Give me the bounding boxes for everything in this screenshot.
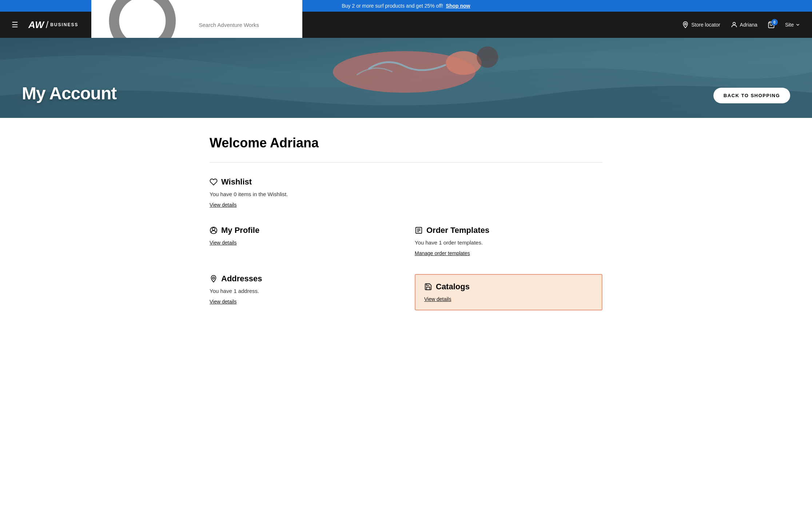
- svg-point-2: [685, 23, 686, 25]
- profile-templates-grid: My Profile View details Order Templates …: [210, 226, 602, 257]
- catalogs-view-details-link[interactable]: View details: [424, 296, 451, 302]
- promo-text: Buy 2 or more surf products and get 25% …: [342, 3, 443, 9]
- hamburger-icon[interactable]: ☰: [12, 20, 18, 29]
- location-icon: [682, 21, 689, 28]
- wishlist-section: Wishlist You have 0 items in the Wishlis…: [210, 177, 602, 208]
- user-label: Adriana: [740, 22, 757, 28]
- catalogs-section: Catalogs View details: [415, 274, 602, 310]
- svg-point-15: [212, 277, 215, 279]
- heart-icon: [210, 178, 218, 186]
- catalogs-title: Catalogs: [424, 282, 593, 291]
- addresses-catalogs-grid: Addresses You have 1 address. View detai…: [210, 274, 602, 310]
- addresses-title: Addresses: [210, 274, 397, 283]
- wishlist-view-details-link[interactable]: View details: [210, 202, 236, 208]
- chevron-down-icon: [795, 22, 800, 27]
- svg-point-3: [733, 22, 735, 25]
- wishlist-title: Wishlist: [210, 177, 602, 187]
- order-templates-description: You have 1 order templates.: [415, 239, 602, 246]
- svg-point-9: [212, 228, 215, 230]
- user-account-button[interactable]: Adriana: [731, 21, 757, 28]
- hero-background: [0, 38, 812, 118]
- profile-view-details-link[interactable]: View details: [210, 240, 236, 246]
- my-profile-section: My Profile View details: [210, 226, 397, 257]
- logo-aw: AW: [28, 19, 44, 31]
- site-dropdown[interactable]: Site: [785, 22, 800, 28]
- user-icon: [731, 21, 738, 28]
- addresses-view-details-link[interactable]: View details: [210, 299, 236, 305]
- addresses-section: Addresses You have 1 address. View detai…: [210, 274, 397, 310]
- hero-banner: My Account BACK TO SHOPPING: [0, 38, 812, 118]
- welcome-heading: Welcome Adriana: [210, 135, 602, 151]
- nav-right: Store locator Adriana 0 Site: [682, 21, 800, 28]
- main-content: Welcome Adriana Wishlist You have 0 item…: [188, 118, 624, 345]
- search-input[interactable]: [199, 22, 296, 28]
- order-templates-title: Order Templates: [415, 226, 602, 235]
- site-label: Site: [785, 22, 794, 28]
- store-locator-label: Store locator: [691, 22, 720, 28]
- profile-icon: [210, 226, 218, 234]
- section-divider: [210, 162, 602, 163]
- address-icon: [210, 275, 218, 283]
- wishlist-description: You have 0 items in the Wishlist.: [210, 191, 602, 197]
- manage-order-templates-link[interactable]: Manage order templates: [415, 250, 470, 256]
- order-templates-icon: [415, 226, 423, 234]
- svg-point-8: [477, 46, 498, 68]
- navbar: ☰ AW / BUSINESS Store locator Adriana 0: [0, 12, 812, 38]
- catalogs-card: Catalogs View details: [415, 274, 602, 310]
- svg-point-7: [446, 51, 481, 75]
- cart-button[interactable]: 0: [768, 21, 775, 28]
- logo[interactable]: AW / BUSINESS: [28, 19, 78, 31]
- profile-title: My Profile: [210, 226, 397, 235]
- store-locator-button[interactable]: Store locator: [682, 21, 720, 28]
- order-templates-section: Order Templates You have 1 order templat…: [415, 226, 602, 257]
- addresses-description: You have 1 address.: [210, 288, 397, 294]
- logo-slash: /: [46, 19, 49, 31]
- catalogs-icon: [424, 283, 432, 291]
- back-to-shopping-button[interactable]: BACK TO SHOPPING: [713, 88, 790, 103]
- page-title: My Account: [22, 83, 116, 103]
- promo-link[interactable]: Shop now: [446, 3, 470, 9]
- cart-badge: 0: [771, 19, 778, 25]
- logo-business: BUSINESS: [50, 22, 78, 27]
